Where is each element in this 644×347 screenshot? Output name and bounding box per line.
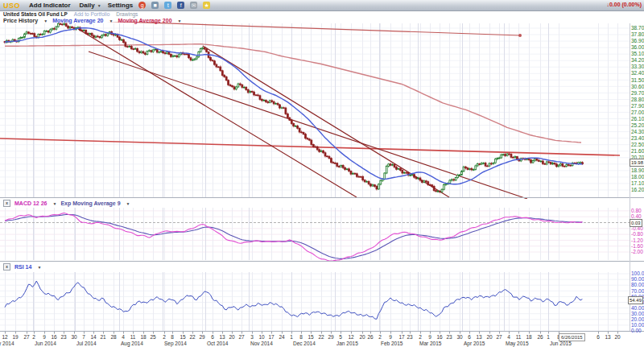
svg-text:Oct 2014: Oct 2014: [207, 341, 229, 346]
svg-text:16: 16: [51, 334, 57, 340]
macd-signal-indicator[interactable]: Exp Moving Average 9: [60, 200, 120, 206]
svg-text:Dec 2014: Dec 2014: [293, 341, 316, 346]
svg-text:29: 29: [199, 334, 205, 340]
svg-text:23: 23: [446, 334, 452, 340]
svg-text:2: 2: [419, 334, 422, 340]
svg-text:100.00: 100.00: [631, 271, 644, 276]
svg-text:Jan 2015: Jan 2015: [336, 341, 358, 346]
svg-text:18: 18: [526, 334, 532, 340]
svg-text:20: 20: [486, 334, 493, 340]
svg-text:27: 27: [496, 334, 502, 340]
settings-button[interactable]: Settings: [108, 2, 134, 9]
svg-text:30.60: 30.60: [631, 84, 644, 89]
svg-text:1: 1: [290, 334, 293, 340]
svg-text:31.50: 31.50: [631, 77, 644, 83]
period-caret-icon[interactable]: ▼: [97, 3, 101, 8]
subheader: United States Oil Fund LP Add to Portfol…: [0, 11, 644, 17]
svg-text:23: 23: [60, 334, 67, 340]
svg-text:May 2015: May 2015: [506, 341, 529, 347]
svg-text:6: 6: [211, 334, 214, 340]
add-indicator-button[interactable]: Add Indicator: [29, 2, 71, 9]
svg-text:38.70: 38.70: [631, 25, 644, 31]
svg-text:11: 11: [130, 334, 136, 340]
svg-text:Feb 2015: Feb 2015: [381, 341, 403, 346]
svg-text:28.80: 28.80: [631, 97, 644, 102]
svg-text:8: 8: [299, 334, 303, 340]
social-icons: g■tf✉★: [133, 2, 210, 9]
svg-text:12: 12: [2, 334, 8, 340]
quote-change: ↓0.00 (0.00%): [606, 2, 642, 7]
svg-text:20.00: 20.00: [631, 316, 644, 322]
svg-text:90.00: 90.00: [631, 276, 644, 282]
svg-text:9: 9: [428, 334, 431, 340]
svg-text:18: 18: [140, 334, 147, 340]
svg-text:80.00: 80.00: [631, 282, 644, 287]
svg-text:9: 9: [389, 334, 392, 340]
svg-text:34.20: 34.20: [631, 57, 644, 63]
svg-text:22: 22: [318, 334, 324, 340]
price-history-indicator[interactable]: Price History: [3, 18, 38, 23]
svg-text:3: 3: [250, 334, 254, 340]
svg-text:20: 20: [614, 334, 621, 340]
macd-close-button[interactable]: x: [3, 200, 10, 207]
rsi-close-button[interactable]: x: [3, 263, 10, 271]
folder-icon[interactable]: ★: [203, 2, 210, 9]
drawings-menu[interactable]: Drawings: [116, 11, 138, 17]
svg-text:35.10: 35.10: [631, 51, 644, 56]
svg-text:2: 2: [32, 334, 35, 340]
email-icon[interactable]: ✉: [190, 2, 197, 9]
chart-canvas[interactable]: 38.7037.8036.9036.0035.1034.2033.3032.40…: [0, 0, 644, 347]
rsi-indicator[interactable]: RSI 14: [14, 264, 31, 270]
macd-panel-header: x MACD 12 26 ▼ Exp Moving Average 9 ▼: [3, 200, 130, 207]
ma20-caret-icon[interactable]: ▼: [109, 19, 113, 23]
svg-text:18.00: 18.00: [631, 174, 644, 180]
svg-text:21: 21: [100, 334, 106, 340]
svg-text:Apr 2015: Apr 2015: [464, 341, 485, 347]
symbol-label[interactable]: USO: [3, 2, 20, 10]
svg-text:22.50: 22.50: [631, 142, 644, 147]
svg-text:0.80: 0.80: [631, 208, 642, 213]
svg-text:Mar 2015: Mar 2015: [419, 341, 442, 346]
svg-text:33.30: 33.30: [631, 64, 644, 69]
svg-text:25.20: 25.20: [631, 122, 644, 128]
svg-text:Aug 2014: Aug 2014: [121, 341, 143, 347]
svg-text:11: 11: [516, 334, 522, 340]
macd-indicator[interactable]: MACD 12 26: [14, 200, 47, 206]
svg-text:17: 17: [268, 334, 275, 340]
svg-text:17.10: 17.10: [631, 180, 644, 186]
rsi-caret-icon[interactable]: ▼: [37, 265, 41, 270]
macd-signal-caret-icon[interactable]: ▼: [126, 201, 130, 206]
add-to-portfolio-link[interactable]: Add to Portfolio: [74, 11, 109, 17]
svg-text:15: 15: [180, 334, 186, 340]
svg-text:May 2014: May 2014: [0, 341, 14, 347]
svg-text:-0.80: -0.80: [631, 231, 643, 237]
ma200-caret-icon[interactable]: ▼: [178, 19, 182, 23]
svg-text:Jun 2014: Jun 2014: [35, 341, 56, 346]
svg-text:36.90: 36.90: [631, 38, 644, 43]
rsi-panel-header: x RSI 14 ▼: [3, 263, 41, 271]
period-select[interactable]: Daily: [80, 2, 95, 9]
svg-text:22: 22: [189, 334, 196, 340]
svg-text:27: 27: [238, 334, 245, 340]
svg-text:26: 26: [367, 334, 374, 340]
svg-text:12: 12: [348, 334, 354, 340]
svg-text:8: 8: [171, 334, 174, 340]
upper-trendline-handle: [518, 34, 522, 37]
svg-text:70.00: 70.00: [631, 288, 644, 294]
charting-app: 38.7037.8036.9036.0035.1034.2033.3032.40…: [0, 0, 644, 347]
ma200-indicator[interactable]: Moving Average 200: [118, 18, 171, 23]
svg-text:32.40: 32.40: [631, 70, 644, 76]
google-plus-icon[interactable]: g: [138, 2, 146, 9]
facebook-icon[interactable]: f: [177, 2, 184, 9]
svg-text:21.60: 21.60: [631, 148, 644, 154]
svg-text:27.00: 27.00: [631, 109, 644, 115]
ma20-indicator[interactable]: Moving Average 20: [52, 18, 103, 23]
bookmark-icon[interactable]: ■: [151, 2, 159, 9]
svg-text:14: 14: [90, 334, 97, 340]
svg-text:-1.20: -1.20: [631, 238, 643, 243]
price-history-caret-icon[interactable]: ▼: [43, 19, 47, 23]
svg-text:26: 26: [537, 334, 543, 340]
svg-text:27: 27: [23, 334, 30, 340]
twitter-icon[interactable]: t: [164, 2, 171, 9]
macd-caret-icon[interactable]: ▼: [52, 201, 56, 206]
